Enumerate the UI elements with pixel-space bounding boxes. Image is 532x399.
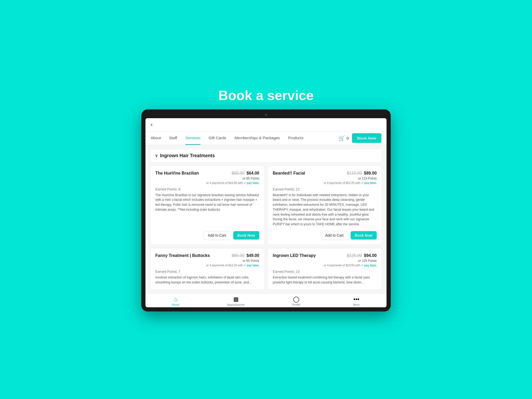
nav-item-gift-cards[interactable]: Gift Cards [209,131,226,145]
card-top: The HueVine Brazilian $85.00 $64.00 [155,171,259,176]
service-card-bearded-facial: Bearded!! Facial $119.00 $89.00 or 119 P… [268,166,381,244]
home-icon: ⌂ [174,296,177,303]
card-top: Bearded!! Facial $119.00 $89.00 [273,171,377,176]
service-description: Involves extraction of ingrown hairs, ex… [155,275,259,285]
price-block: $125.00 $94.00 [347,253,377,258]
cart-button[interactable]: 🛒 0 [338,135,349,141]
app-header: ‹ [145,118,387,131]
card-top: Ingrown LED Therapy $125.00 $94.00 [273,253,377,258]
pay-later-logo: ✓ pay later. [361,181,377,184]
cart-count: 0 [347,136,349,140]
points-text: or 125 Points [273,259,377,263]
bottom-nav-profile-label: Profile [292,303,300,306]
service-name: Fanny Treatment | Buttocks [155,253,210,258]
points-text: or 119 Points [273,177,377,180]
back-button[interactable]: ‹ [151,121,152,128]
nav-item-products[interactable]: Products [288,131,303,145]
add-to-cart-button[interactable]: Add to Cart [203,231,231,240]
section-header[interactable]: ∨ Ingrown Hair Treatments [151,149,381,162]
service-name: The HueVine Brazilian [155,171,199,176]
price-original: $125.00 [347,253,362,258]
nav-bar: About Staff Services Gift Cards Membersh… [145,131,387,145]
earned-points: Earned Points: 13 [273,270,377,274]
section-title: Ingrown Hair Treatments [160,153,215,158]
earned-points: Earned Points: 12 [273,187,377,191]
card-actions: Add to Cart Book Now [273,231,377,240]
price-current: $49.00 [247,253,259,258]
bottom-nav-more-label: More [353,303,360,306]
service-card-huevine-brazilian: The HueVine Brazilian $85.00 $64.00 or 8… [151,166,264,244]
bottom-nav-appointments-label: Appointments [227,303,244,306]
content-area: ∨ Ingrown Hair Treatments The HueVine Br… [145,145,387,294]
card-actions: Add to Cart Book Now [155,231,259,240]
service-description: Extraction based treatment combining led… [273,275,377,285]
nav-right: 🛒 0 Book Now [338,133,381,143]
card-top: Fanny Treatment | Buttocks $65.00 $49.00 [155,253,259,258]
price-current: $94.00 [364,253,377,258]
chevron-icon: ∨ [155,153,158,158]
points-text: or 65 Points [155,259,259,263]
services-grid: The HueVine Brazilian $85.00 $64.00 or 8… [151,166,381,290]
book-now-card-button[interactable]: Book Now [233,231,259,240]
bottom-nav-profile[interactable]: ◯ Profile [266,296,326,306]
price-original: $65.00 [232,253,244,258]
book-now-card-button[interactable]: Book Now [351,231,377,240]
tablet-screen: ‹ About Staff Services Gift Cards Member… [145,118,387,308]
price-block: $119.00 $89.00 [347,171,377,176]
nav-item-memberships[interactable]: Memberships & Packages [235,131,280,145]
page-title: Book a service [218,88,314,103]
pay-later-text: or 4 payments of $22.25 with ✓ pay later… [273,181,377,185]
price-original: $85.00 [232,171,244,176]
price-block: $65.00 $49.00 [232,253,259,258]
points-text: or 85 Points [155,177,259,180]
book-now-button[interactable]: Book Now [352,133,381,143]
nav-item-about[interactable]: About [151,131,161,145]
bottom-nav-home[interactable]: ⌂ Home [145,296,206,306]
bottom-nav-more[interactable]: ••• More [326,296,387,306]
service-name: Bearded!! Facial [273,171,305,176]
pay-later-text: or 4 payments of $12.25 with ✓ pay later… [155,264,259,267]
bottom-nav-appointments[interactable]: ▦ Appointments [206,296,266,306]
appointments-icon: ▦ [233,296,239,303]
service-name: Ingrown LED Therapy [273,253,316,258]
pay-later-logo: ✓ pay later. [361,264,377,267]
tablet-camera [265,114,267,116]
add-to-cart-button[interactable]: Add to Cart [321,231,348,240]
pay-later-logo: ✓ pay later. [244,181,259,184]
more-icon: ••• [353,296,359,303]
bottom-nav: ⌂ Home ▦ Appointments ◯ Profile ••• More [145,294,387,307]
pay-later-logo: ✓ pay later. [244,264,259,267]
bottom-nav-home-label: Home [172,303,179,306]
earned-points: Earned Points: 9 [155,187,259,191]
service-card-fanny-treatment: Fanny Treatment | Buttocks $65.00 $49.00… [151,249,264,290]
nav-item-services[interactable]: Services [185,131,201,145]
cart-icon: 🛒 [338,135,345,141]
pay-later-text: or 4 payments of $16.00 with ✓ pay later… [155,181,259,185]
earned-points: Earned Points: 7 [155,270,259,274]
price-current: $64.00 [247,171,259,176]
service-description: The HueVine Brazilian is our signature b… [155,193,259,227]
tablet-frame: ‹ About Staff Services Gift Cards Member… [141,109,391,312]
price-block: $85.00 $64.00 [232,171,259,176]
pay-later-text: or 4 payments of $23.50 with ✓ pay later… [273,264,377,267]
service-description: Bearded!!! is for individuals with neede… [273,193,377,227]
price-original: $119.00 [347,171,362,176]
price-current: $89.00 [364,171,377,176]
service-card-ingrown-led: Ingrown LED Therapy $125.00 $94.00 or 12… [268,249,381,290]
profile-icon: ◯ [293,296,300,303]
nav-item-staff[interactable]: Staff [169,131,177,145]
